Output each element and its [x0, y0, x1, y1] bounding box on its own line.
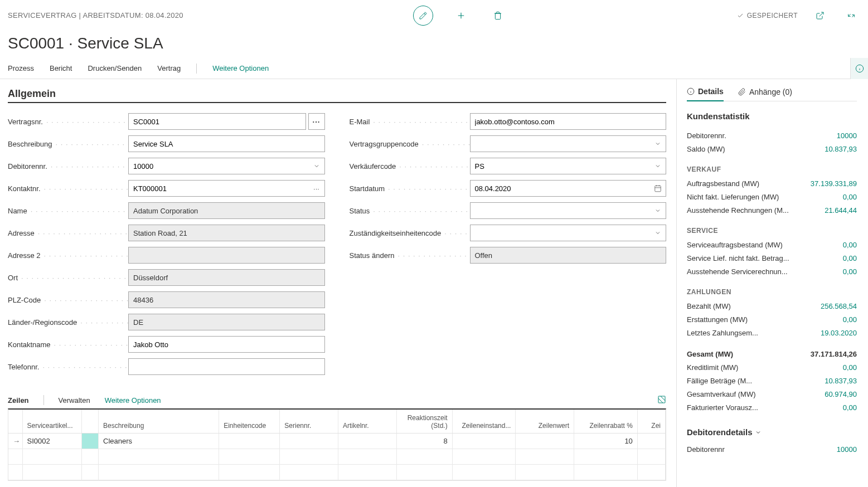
label-contactname: Kontaktname	[8, 340, 128, 349]
cell-linevalue[interactable]	[516, 433, 574, 449]
startdate-input[interactable]	[470, 180, 667, 197]
tab-attachments[interactable]: Anhänge (0)	[738, 87, 792, 101]
col-itemno[interactable]: Artikelnr.	[338, 410, 396, 433]
respcenter-input[interactable]	[470, 225, 667, 241]
stats-heading: Kundenstatistik	[687, 111, 857, 121]
payments-heading: ZAHLUNGEN	[687, 288, 857, 296]
stat-balance-label: Saldo (MW)	[687, 145, 725, 153]
menu-more[interactable]: Weitere Optionen	[212, 64, 269, 72]
menu-divider	[196, 64, 197, 74]
label-customerno: Debitorennr.	[8, 162, 128, 171]
tab-details[interactable]: Details	[687, 87, 724, 101]
contactno-input[interactable]	[128, 180, 325, 197]
col-description[interactable]: Beschreibung	[99, 410, 219, 433]
label-groupcode: Vertragsgruppencode	[350, 140, 470, 148]
city-field	[128, 269, 325, 286]
attachment-icon	[738, 88, 746, 96]
label-contractno: Vertragsnr.	[8, 118, 128, 126]
name-field	[128, 202, 325, 219]
lines-divider	[43, 395, 44, 405]
service-heading: SERVICE	[687, 227, 857, 235]
total-value: 37.171.814,26	[811, 350, 857, 358]
customerno-input[interactable]	[128, 158, 325, 174]
sales-heading: VERKAUF	[687, 165, 857, 173]
stat-debno-label: Debitorennr.	[687, 132, 726, 140]
label-startdate: Startdatum	[350, 184, 470, 193]
phone-input[interactable]	[128, 358, 325, 375]
changestatus-field	[470, 247, 667, 264]
stat-balance-value[interactable]: 10.837,93	[825, 145, 857, 153]
label-name: Name	[8, 207, 128, 215]
label-address2: Adresse 2	[8, 251, 128, 260]
label-changestatus: Status ändern	[350, 251, 470, 260]
address2-field	[128, 247, 325, 264]
country-field[interactable]	[128, 314, 325, 330]
cell-description[interactable]: Cleaners	[99, 433, 219, 449]
description-input[interactable]	[128, 135, 325, 152]
cell-linecost[interactable]	[452, 433, 516, 449]
col-serviceitem[interactable]: Serviceartikel...	[22, 410, 82, 433]
menu-printsend[interactable]: Drucken/Senden	[88, 64, 142, 72]
tab-lines[interactable]: Zeilen	[8, 396, 29, 405]
col-lineextra[interactable]: Zei	[637, 410, 665, 433]
label-postcode: PLZ-Code	[8, 296, 128, 304]
info-icon	[687, 87, 695, 95]
lines-grid[interactable]: Serviceartikel... Beschreibung Einheiten…	[8, 408, 666, 481]
stat-debno-value[interactable]: 10000	[837, 132, 857, 140]
col-response[interactable]: Reaktionszeit (Std.)	[396, 410, 452, 433]
label-city: Ort	[8, 274, 128, 282]
cell-linedisc[interactable]: 10	[574, 433, 638, 449]
cell-extra[interactable]	[637, 433, 665, 449]
lines-manage[interactable]: Verwalten	[59, 396, 90, 405]
add-button[interactable]	[452, 7, 470, 25]
menu-contract[interactable]: Vertrag	[157, 64, 181, 72]
col-unitcode[interactable]: Einheitencode	[219, 410, 280, 433]
saved-indicator: GESPEICHERT	[737, 12, 798, 20]
email-input[interactable]	[470, 113, 667, 130]
edit-button[interactable]	[413, 6, 433, 26]
table-row[interactable]	[8, 449, 666, 464]
label-status: Status	[350, 207, 470, 215]
contractno-input[interactable]	[128, 113, 306, 130]
arrow-right-icon: →	[8, 433, 22, 449]
cell-response[interactable]: 8	[396, 433, 452, 449]
popout-button[interactable]	[811, 7, 829, 25]
label-respcenter: Zuständigkeitseinheitencode	[350, 229, 470, 237]
menu-process[interactable]: Prozess	[8, 64, 34, 72]
cell-unitcode[interactable]	[219, 433, 280, 449]
col-serialno[interactable]: Seriennr.	[280, 410, 338, 433]
section-general: Allgemein	[8, 88, 666, 103]
col-linevalue[interactable]: Zeilenwert	[516, 410, 574, 433]
label-description: Beschreibung	[8, 140, 128, 148]
contactname-input[interactable]	[128, 336, 325, 353]
label-phone: Telefonnr.	[8, 363, 128, 371]
total-label: Gesamt (MW)	[687, 350, 733, 358]
label-country: Länder-/Regionscode	[8, 318, 128, 327]
col-linecost[interactable]: Zeileneinstand...	[452, 410, 516, 433]
label-salescode: Verkäufercode	[350, 162, 470, 171]
groupcode-input[interactable]	[470, 135, 667, 152]
col-linedisc[interactable]: Zeilenrabatt %	[574, 410, 638, 433]
label-email: E-Mail	[350, 118, 470, 126]
breadcrumb: SERVICEVERTRAG | ARBEITSDATUM: 08.04.202…	[8, 11, 183, 20]
status-input[interactable]	[470, 202, 667, 219]
label-address: Adresse	[8, 229, 128, 237]
table-row[interactable]	[8, 464, 666, 480]
page-title: SC0001 · Service SLA	[0, 31, 868, 58]
contractno-lookup[interactable]: ···	[308, 113, 325, 130]
menu-report[interactable]: Bericht	[50, 64, 72, 72]
lines-more[interactable]: Weitere Optionen	[105, 396, 161, 405]
cell-itemno[interactable]	[338, 433, 396, 449]
info-button[interactable]	[850, 58, 868, 79]
salescode-input[interactable]	[470, 158, 667, 174]
row-marker[interactable]	[82, 433, 99, 449]
lines-expand-button[interactable]	[657, 395, 666, 406]
postcode-field	[128, 291, 325, 308]
debitor-details-heading[interactable]: Debitorendetails	[687, 427, 857, 437]
table-row[interactable]: → SI0002 Cleaners 8 10	[8, 433, 666, 449]
delete-button[interactable]	[489, 7, 507, 25]
label-contactno: Kontaktnr.	[8, 184, 128, 193]
cell-serialno[interactable]	[280, 433, 338, 449]
collapse-button[interactable]	[842, 7, 860, 25]
cell-serviceitem[interactable]: SI0002	[22, 433, 82, 449]
